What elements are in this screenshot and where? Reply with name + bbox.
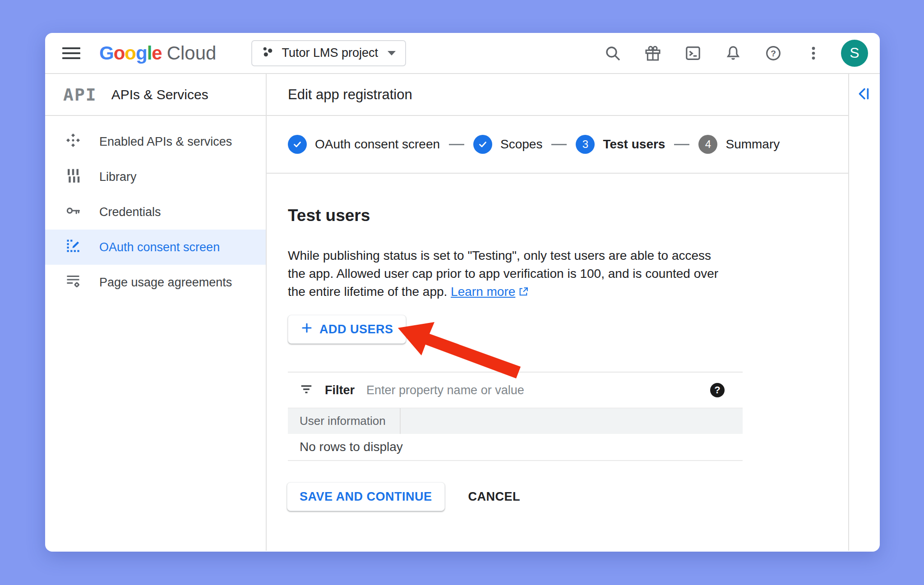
sidebar-item-oauth-consent-screen[interactable]: OAuth consent screen <box>45 230 266 265</box>
form-actions: SAVE AND CONTINUE CANCEL <box>288 482 848 511</box>
save-and-continue-button[interactable]: SAVE AND CONTINUE <box>287 482 445 511</box>
logo-letter: G <box>99 42 114 64</box>
sidebar: API APIs & Services Enabled APIs & servi… <box>45 74 267 551</box>
project-name: Tutor LMS project <box>282 46 378 60</box>
step-test-users[interactable]: 3 Test users <box>576 135 665 154</box>
logo-cloud-text: Cloud <box>167 42 217 64</box>
project-switcher-icon <box>262 46 274 61</box>
table-empty-row: No rows to display <box>288 434 743 461</box>
right-rail <box>848 74 880 551</box>
table-column-spacer <box>401 408 743 434</box>
step-label: Test users <box>603 137 665 152</box>
description-line: While publishing status is set to "Testi… <box>288 247 848 265</box>
list-gear-icon <box>65 273 81 292</box>
key-icon <box>65 203 81 222</box>
step-oauth-consent-screen[interactable]: OAuth consent screen <box>288 135 440 154</box>
logo-letter: l <box>147 42 152 64</box>
top-bar: G o o g l e Cloud Tutor LMS project <box>45 33 880 74</box>
sidebar-title: APIs & Services <box>111 87 208 102</box>
enabled-apis-icon <box>65 132 81 152</box>
description-line: the app. Allowed user cap prior to app v… <box>288 265 848 283</box>
filter-label: Filter <box>325 383 355 397</box>
external-link-icon <box>518 284 529 302</box>
sidebar-item-label: Enabled APIs & services <box>99 135 232 149</box>
filter-help-icon[interactable]: ? <box>710 383 725 397</box>
console-window: G o o g l e Cloud Tutor LMS project <box>45 33 880 552</box>
avatar[interactable]: S <box>841 40 868 67</box>
step-connector <box>449 144 464 145</box>
oauth-consent-icon <box>65 238 81 257</box>
table-header-row: User information <box>288 408 743 434</box>
main-panel: Edit app registration OAuth consent scre… <box>267 74 848 551</box>
sidebar-item-label: Page usage agreements <box>99 276 232 290</box>
help-icon[interactable]: ? <box>764 44 783 63</box>
table-empty-text: No rows to display <box>300 440 403 454</box>
step-connector <box>551 144 567 145</box>
sidebar-item-label: OAuth consent screen <box>99 240 220 254</box>
step-label: OAuth consent screen <box>315 137 440 152</box>
sidebar-item-credentials[interactable]: Credentials <box>45 194 266 230</box>
notifications-bell-icon[interactable] <box>724 44 743 63</box>
step-number-badge: 4 <box>698 135 717 154</box>
table-column-header: User information <box>288 408 401 434</box>
sidebar-item-page-usage-agreements[interactable]: Page usage agreements <box>45 265 266 300</box>
google-cloud-logo[interactable]: G o o g l e Cloud <box>99 42 216 64</box>
logo-letter: g <box>136 42 147 64</box>
menu-icon[interactable] <box>62 46 80 60</box>
sidebar-item-label: Credentials <box>99 205 161 219</box>
search-icon[interactable] <box>603 44 622 63</box>
page-title: Edit app registration <box>288 87 412 103</box>
step-summary[interactable]: 4 Summary <box>698 135 780 154</box>
section-description: While publishing status is set to "Testi… <box>288 247 848 302</box>
cloud-shell-icon[interactable] <box>684 44 702 63</box>
step-complete-check-icon <box>473 135 492 154</box>
step-number-badge: 3 <box>576 135 595 154</box>
logo-letter: e <box>152 42 162 64</box>
filter-input[interactable] <box>366 383 698 397</box>
add-users-button[interactable]: ADD USERS <box>288 315 406 344</box>
project-selector[interactable]: Tutor LMS project <box>251 40 406 66</box>
stepper: OAuth consent screen Scopes 3 Test users… <box>267 116 848 174</box>
filter-icon <box>300 382 313 398</box>
more-vertical-icon[interactable] <box>804 44 823 63</box>
step-complete-check-icon <box>288 135 307 154</box>
section-heading: Test users <box>288 206 848 225</box>
logo-letter: o <box>114 42 125 64</box>
sidebar-item-enabled-apis[interactable]: Enabled APIs & services <box>45 124 266 159</box>
sidebar-item-library[interactable]: Library <box>45 159 266 194</box>
learn-more-link[interactable]: Learn more <box>451 285 515 299</box>
gift-icon[interactable] <box>643 44 662 63</box>
chevron-down-icon <box>388 51 396 55</box>
sidebar-item-label: Library <box>99 170 137 184</box>
step-scopes[interactable]: Scopes <box>473 135 542 154</box>
collapse-panel-icon[interactable] <box>856 86 873 103</box>
svg-text:?: ? <box>771 49 776 58</box>
step-connector <box>674 144 689 145</box>
filter-row: Filter ? <box>288 372 743 408</box>
test-users-table-block: Filter ? User information No rows to dis… <box>288 372 743 461</box>
cancel-button[interactable]: CANCEL <box>463 490 526 504</box>
sidebar-header: API APIs & Services <box>45 74 266 116</box>
library-icon <box>65 167 81 187</box>
logo-letter: o <box>125 42 136 64</box>
plus-icon <box>300 322 313 337</box>
api-logo: API <box>63 85 97 105</box>
step-label: Scopes <box>500 137 542 152</box>
step-label: Summary <box>725 137 780 152</box>
description-line: the entire lifetime of the app. Learn mo… <box>288 283 848 302</box>
